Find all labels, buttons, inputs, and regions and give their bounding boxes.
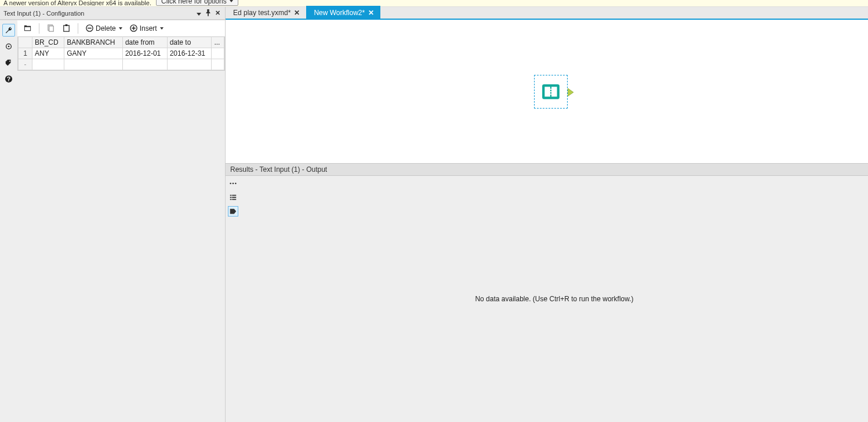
help-icon[interactable]: ? [2,73,15,85]
svg-rect-23 [230,195,232,196]
cell-br-cd[interactable]: ANY [32,48,64,59]
svg-rect-28 [232,199,236,200]
col-bankbranch[interactable]: BANKBRANCH [64,37,123,48]
grid-header-row: BR_CD BANKBRANCH date from date to ... [19,37,224,48]
results-content: No data available. (Use Ctrl+R to run th… [241,176,868,422]
col-date-from[interactable]: date from [122,37,167,48]
close-panel-icon[interactable]: ✕ [213,9,221,17]
svg-rect-26 [232,197,236,198]
cell-date-from[interactable]: 2016-12-01 [122,48,167,59]
insert-button[interactable]: Insert [127,23,166,34]
svg-point-19 [550,93,551,95]
chevron-down-icon [230,0,233,2]
target-icon[interactable] [2,40,15,53]
separator [39,23,39,34]
import-icon[interactable] [21,23,34,34]
close-tab-icon[interactable]: ✕ [294,9,300,16]
svg-point-22 [235,183,236,184]
svg-point-18 [550,91,551,92]
paste-icon[interactable] [60,23,73,34]
svg-rect-25 [230,197,232,198]
workflow-canvas[interactable] [226,20,868,163]
svg-rect-24 [232,195,236,196]
svg-rect-27 [230,199,232,200]
chevron-down-icon [119,27,122,30]
svg-point-17 [550,89,551,90]
config-side-toolbar: ? [0,20,17,422]
svg-point-21 [233,183,234,184]
table-row[interactable]: 1 ANY GANY 2016-12-01 2016-12-31 [19,48,224,59]
svg-rect-10 [88,28,92,29]
cell-date-to[interactable]: 2016-12-31 [167,48,212,59]
wrench-icon[interactable] [2,24,15,37]
tab-new-workflow2[interactable]: New Workflow2* ✕ [306,6,380,19]
svg-point-2 [9,61,10,62]
text-input-node[interactable] [534,75,568,109]
cell-bankbranch[interactable]: GANY [64,48,123,59]
svg-rect-16 [551,87,557,97]
tab-ed-play-test[interactable]: Ed play test.yxmd* ✕ [226,6,306,19]
copy-icon[interactable] [44,23,57,34]
workflow-tabbar: Ed play test.yxmd* ✕ New Workflow2* ✕ [226,7,868,20]
separator [78,23,78,34]
update-notice-text: A newer version of Alteryx Designer x64 … [3,0,151,6]
delete-button[interactable]: Delete [83,23,125,34]
col-date-to[interactable]: date to [167,37,212,48]
svg-text:?: ? [7,75,10,82]
update-options-button[interactable]: Click here for options [156,0,238,6]
list-view-icon[interactable] [228,192,238,203]
tag-icon[interactable] [2,56,15,69]
chevron-down-icon [160,27,164,30]
text-input-grid[interactable]: BR_CD BANKBRANCH date from date to ... 1… [18,37,224,70]
svg-rect-7 [64,26,69,31]
results-title: Results - Text Input (1) - Output [230,165,327,174]
results-header: Results - Text Input (1) - Output [226,163,868,176]
results-gutter [226,176,241,422]
config-toolbar: Delete Insert [17,20,225,37]
table-row-blank[interactable]: - [19,59,224,70]
panel-menu-button[interactable] [195,10,203,17]
ellipsis-icon[interactable] [228,178,238,189]
svg-rect-8 [66,24,68,26]
output-anchor-icon[interactable] [228,206,238,217]
svg-rect-15 [544,87,550,97]
svg-point-20 [230,183,231,184]
col-br-cd[interactable]: BR_CD [32,37,64,48]
svg-rect-6 [49,26,54,31]
col-extra[interactable]: ... [212,37,224,48]
no-data-message: No data available. (Use Ctrl+R to run th… [475,295,633,303]
config-panel-header: Text Input (1) - Configuration ✕ [0,7,225,20]
svg-point-1 [8,46,10,48]
close-tab-icon[interactable]: ✕ [368,9,374,16]
node-output-anchor[interactable] [568,88,573,98]
pin-icon[interactable] [204,9,212,18]
update-notice-bar: A newer version of Alteryx Designer x64 … [0,0,868,7]
config-panel-title: Text Input (1) - Configuration [3,10,194,17]
svg-rect-13 [132,28,136,29]
